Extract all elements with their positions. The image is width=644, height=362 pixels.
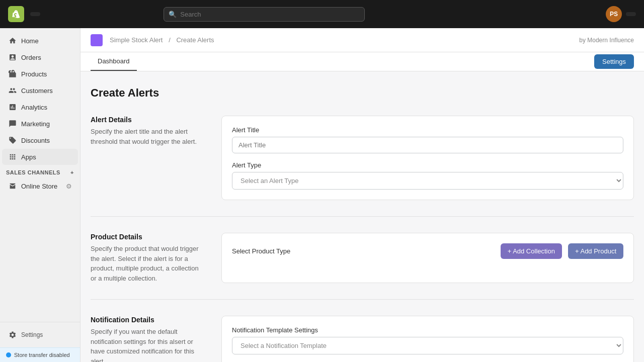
sidebar-bottom: Settings [0,322,80,347]
product-details-section: Product Details Specify the product that… [91,233,634,283]
sidebar-item-apps[interactable]: Apps [2,149,78,165]
add-sales-channel-button[interactable]: + [70,169,74,175]
breadcrumb-page-name: Create Alerts [176,36,214,44]
product-details-right: Select Product Type + Add Collection + A… [221,233,634,283]
add-collection-button[interactable]: + Add Collection [501,243,562,259]
tab-bar: Dashboard Settings [80,52,644,71]
sidebar-item-settings[interactable]: Settings [2,327,78,343]
notification-details-right: Notification Template Settings Select a … [221,316,634,362]
settings-icon [8,330,17,339]
sidebar-item-home[interactable]: Home [2,33,78,49]
alert-title-group: Alert Title [232,126,623,153]
store-transfer-label: Store transfer disabled [14,352,70,358]
add-product-button[interactable]: + Add Product [568,243,623,259]
store-transfer-banner: Store transfer disabled [0,347,80,362]
sidebar-item-online-store-label: Online Store [21,183,57,190]
sidebar-item-discounts-label: Discounts [21,137,50,144]
notification-template-select[interactable]: Select a Notification Template [232,337,623,354]
search-container: 🔍 [164,7,365,22]
sidebar-item-settings-label: Settings [21,331,43,338]
sidebar-item-products-label: Products [21,70,47,78]
divider-2 [91,299,634,300]
alert-details-right: Alert Title Alert Type Select an Alert T… [221,116,634,200]
tab-dashboard[interactable]: Dashboard [91,52,137,71]
content: Create Alerts Alert Details Specify the … [80,71,644,362]
online-store-icon [8,182,17,191]
alert-details-left: Alert Details Specify the alert title an… [91,116,201,200]
home-icon [8,36,17,45]
online-store-settings-icon[interactable]: ⚙ [66,183,72,190]
sidebar: Home Orders Products Customers [0,28,80,362]
product-details-left: Product Details Specify the product that… [91,233,201,283]
alert-type-select[interactable]: Select an Alert Type [232,172,623,190]
orders-icon [8,53,17,62]
notification-details-section: Notification Details Specify if you want… [91,316,634,362]
sales-channels-title: SALES CHANNELS [6,169,60,175]
store-name[interactable] [30,12,40,16]
app-logo [91,34,103,46]
app-bar-left: Simple Stock Alert / Create Alerts [91,34,216,46]
notification-details-title: Notification Details [91,316,201,324]
alert-details-desc: Specify the alert title and the alert th… [91,127,201,146]
alert-details-title: Alert Details [91,116,201,124]
sidebar-item-discounts[interactable]: Discounts [2,132,78,148]
sidebar-item-marketing[interactable]: Marketing [2,116,78,132]
analytics-icon [8,103,17,112]
sidebar-item-online-store[interactable]: Online Store ⚙ [2,178,78,194]
divider-1 [91,216,634,217]
notification-template-label: Notification Template Settings [232,326,623,334]
alert-title-input[interactable] [232,137,623,153]
alert-type-group: Alert Type Select an Alert Type [232,161,623,190]
sales-channels-section: SALES CHANNELS + [0,165,80,177]
sidebar-nav: Home Orders Products Customers [0,28,80,322]
app-bar-right: by Modern Influence [579,37,634,44]
notification-details-left: Notification Details Specify if you want… [91,316,201,362]
store-transfer-dot [6,352,11,357]
settings-button[interactable]: Settings [594,54,634,69]
topbar: 🔍 PS [0,0,644,28]
avatar[interactable]: PS [606,6,622,22]
alert-type-label: Alert Type [232,161,623,169]
sidebar-item-products[interactable]: Products [2,66,78,82]
product-details-title: Product Details [91,233,201,241]
sidebar-item-customers[interactable]: Customers [2,82,78,99]
sidebar-item-home-label: Home [21,37,39,45]
tab-bar-tabs: Dashboard [91,52,137,71]
sidebar-item-analytics[interactable]: Analytics [2,99,78,115]
topbar-right: PS [606,6,636,22]
notification-template-group: Notification Template Settings Select a … [232,326,623,354]
breadcrumb: Simple Stock Alert / Create Alerts [108,36,216,44]
by-label: by Modern Influence [579,37,634,44]
notification-details-desc: Specify if you want the default notifica… [91,327,201,362]
shopify-logo [8,6,24,22]
breadcrumb-separator: / [169,36,171,44]
customers-icon [8,86,17,95]
sidebar-item-orders[interactable]: Orders [2,49,78,65]
select-product-type-label: Select Product Type [232,247,290,255]
apps-icon [8,152,17,161]
alert-title-label: Alert Title [232,126,623,134]
sidebar-item-apps-label: Apps [21,153,36,161]
sidebar-item-customers-label: Customers [21,87,53,95]
marketing-icon [8,119,17,128]
sidebar-item-marketing-label: Marketing [21,120,50,128]
search-icon: 🔍 [169,11,177,18]
breadcrumb-app-name: Simple Stock Alert [110,36,163,44]
sidebar-item-analytics-label: Analytics [21,104,47,111]
page-title: Create Alerts [91,86,634,100]
main-content: Simple Stock Alert / Create Alerts by Mo… [80,28,644,362]
product-details-desc: Specify the product that would trigger t… [91,244,201,283]
discounts-icon [8,136,17,145]
products-icon [8,69,17,78]
app-bar: Simple Stock Alert / Create Alerts by Mo… [80,28,644,52]
topbar-menu[interactable] [626,12,636,16]
alert-details-section: Alert Details Specify the alert title an… [91,116,634,200]
product-type-row: Select Product Type + Add Collection + A… [232,243,623,259]
search-input[interactable] [164,7,365,22]
sidebar-item-orders-label: Orders [21,54,41,61]
